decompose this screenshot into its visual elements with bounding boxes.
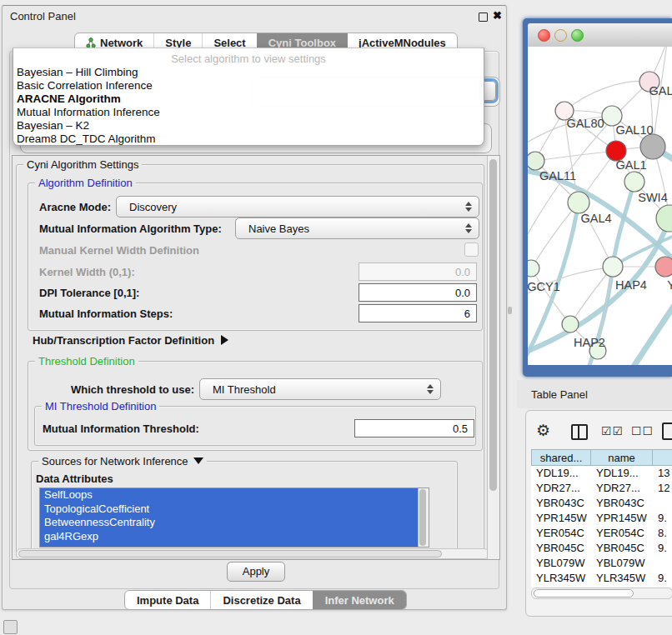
table-cell: YBR045C <box>591 541 653 556</box>
which-threshold-combobox[interactable]: MI Threshold <box>199 378 441 400</box>
network-view-window[interactable]: GALGAL80GAL10GAL1GAL11SWI4GAL4GCY1HAP4YH… <box>523 18 672 377</box>
close-icon[interactable]: ✖ <box>493 9 502 22</box>
node-label-gcy1: GCY1 <box>528 280 560 293</box>
column-header-name[interactable]: name <box>591 449 653 466</box>
network-node[interactable] <box>656 205 672 232</box>
collapsed-panel-icon[interactable] <box>3 620 18 634</box>
mi-threshold-field[interactable] <box>354 419 474 438</box>
popup-item-aracne-algorithm[interactable]: ARACNE Algorithm <box>17 92 480 106</box>
zoom-traffic-light-icon[interactable] <box>571 29 584 42</box>
close-traffic-light-icon[interactable] <box>538 29 550 42</box>
table-cell: YLR345W <box>591 571 653 586</box>
network-edge[interactable] <box>535 151 616 161</box>
scrollbar-thumb[interactable] <box>489 159 497 491</box>
bottom-tab-infer-network[interactable]: Infer Network <box>313 591 406 609</box>
mi-steps-field[interactable] <box>359 304 477 322</box>
select-all-checkboxes-icon[interactable]: ☑☑ <box>601 424 624 438</box>
table-cell: 12 <box>653 481 672 496</box>
panel-splitter-handle[interactable] <box>508 307 512 314</box>
table-panel-title: Table Panel <box>531 388 588 401</box>
table-row[interactable]: YDR27...YDR27...12 <box>531 481 672 496</box>
table-cell: YBR043C <box>531 496 591 511</box>
table-cell: 9. <box>653 571 672 586</box>
table-horizontal-scrollbar[interactable] <box>531 588 672 599</box>
network-node-hap2[interactable] <box>562 316 579 332</box>
bottom-tab-discretize-data[interactable]: Discretize Data <box>210 591 312 609</box>
network-node-y[interactable] <box>655 257 672 277</box>
network-node-gal4[interactable] <box>568 192 589 213</box>
manual-kernel-width-checkbox[interactable] <box>464 242 479 257</box>
network-edge-teal[interactable] <box>626 293 672 365</box>
dpi-tolerance-field[interactable] <box>359 283 477 302</box>
network-node-gal11[interactable] <box>528 152 544 170</box>
network-canvas[interactable]: GALGAL80GAL10GAL1GAL11SWI4GAL4GCY1HAP4YH… <box>528 47 672 365</box>
kernel-width-field[interactable] <box>359 262 477 281</box>
hub-tf-definition-toggle[interactable]: Hub/Transcription Factor Definition <box>33 334 228 347</box>
list-vertical-scrollbar[interactable] <box>418 488 429 547</box>
popup-item-mutual-information-inference[interactable]: Mutual Information Inference <box>17 106 480 119</box>
network-node-gcy1[interactable] <box>528 260 539 277</box>
table-cell: YPR145W <box>591 511 653 526</box>
attribute-item-gal4rgexp[interactable]: gal4RGexp <box>40 530 419 544</box>
data-attributes-list[interactable]: SelfLoopsTopologicalCoefficientBetweenne… <box>39 488 429 548</box>
popup-item-bayesian-k2[interactable]: Bayesian – K2 <box>17 119 480 132</box>
table-row[interactable]: YPR145WYPR145W9. <box>531 511 672 526</box>
settings-horizontal-scrollbar[interactable] <box>16 548 489 559</box>
network-node-swi4[interactable] <box>624 172 644 192</box>
table-row[interactable]: YBR045CYBR045C9. <box>531 541 672 556</box>
table-row[interactable]: YBR043CYBR043C <box>531 496 672 511</box>
settings-vertical-scrollbar[interactable] <box>487 156 499 559</box>
table-cell: YDR27... <box>591 481 653 496</box>
scrollbar-thumb[interactable] <box>534 589 634 598</box>
cyni-algorithm-settings-title: Cyni Algorithm Settings <box>23 158 142 171</box>
collapse-arrow-icon <box>193 458 203 464</box>
table-cell: 13 <box>653 466 672 481</box>
apply-button[interactable]: Apply <box>227 562 285 582</box>
scrollbar-thumb[interactable] <box>18 550 442 558</box>
control-panel-title: Control Panel <box>10 10 76 22</box>
network-node-hap4[interactable] <box>603 257 623 277</box>
node-table[interactable]: shared...nameAYDL19...YDL19...13YDR27...… <box>531 449 672 588</box>
algorithm-definition-title: Algorithm Definition <box>35 177 136 189</box>
node-label-gal1: GAL1 <box>615 158 646 172</box>
which-threshold-label: Which threshold to use: <box>71 383 194 396</box>
popup-item-basic-correlation-inference[interactable]: Basic Correlation Inference <box>17 79 480 92</box>
deselect-all-checkboxes-icon[interactable]: ☐☐ <box>631 424 654 438</box>
network-edge[interactable] <box>564 81 649 111</box>
table-row[interactable]: YLR345WYLR345W9. <box>531 571 672 586</box>
column-header-shared[interactable]: shared... <box>531 449 591 466</box>
bottom-tab-impute-data[interactable]: Impute Data <box>125 591 210 609</box>
column-header-a[interactable]: A <box>653 449 672 466</box>
mi-threshold-definition-title: MI Threshold Definition <box>42 400 159 412</box>
control-panel-titlebar: Control Panel ✖ <box>3 6 506 26</box>
float-window-icon[interactable] <box>479 12 488 22</box>
columns-icon[interactable] <box>571 424 588 440</box>
export-table-icon[interactable] <box>662 422 672 440</box>
table-panel-header: Table Panel <box>517 380 672 408</box>
node-label-gal11: GAL11 <box>539 169 576 182</box>
sources-title[interactable]: Sources for Network Inference <box>38 455 207 468</box>
table-row[interactable]: YER054CYER054C8. <box>531 526 672 541</box>
gear-icon[interactable]: ⚙ <box>536 421 550 440</box>
table-row[interactable]: YDL19...YDL19...13 <box>531 466 672 481</box>
table-cell: YBL079W <box>591 556 653 571</box>
network-node[interactable] <box>640 134 665 159</box>
scrollbar-thumb[interactable] <box>419 489 426 546</box>
network-window-titlebar[interactable] <box>528 23 672 48</box>
minimize-traffic-light-icon[interactable] <box>554 29 567 42</box>
attribute-item-selfloops[interactable]: SelfLoops <box>40 488 419 502</box>
attribute-item-betweennesscentrality[interactable]: BetweennessCentrality <box>40 516 419 530</box>
sources-title-text: Sources for Network Inference <box>42 455 188 468</box>
table-cell: YBL079W <box>531 556 591 571</box>
popup-item-bayesian-hill-climbing[interactable]: Bayesian – Hill Climbing <box>17 66 480 79</box>
table-cell: YBR043C <box>591 496 653 511</box>
node-label-gal4: GAL4 <box>580 212 611 225</box>
table-cell: YER054C <box>591 526 653 541</box>
popup-items: Bayesian – Hill ClimbingBasic Correlatio… <box>17 66 480 146</box>
table-row[interactable]: YBL079WYBL079W <box>531 556 672 571</box>
attribute-item-topologicalcoefficient[interactable]: TopologicalCoefficient <box>40 502 419 517</box>
node-label-gal80: GAL80 <box>566 117 604 130</box>
popup-item-dream8-dc-tdc-algorithm[interactable]: Dream8 DC_TDC Algorithm <box>17 132 480 146</box>
mi-algorithm-type-combobox[interactable]: Naive Bayes <box>235 218 479 239</box>
aracne-mode-combobox[interactable]: Discovery <box>116 196 479 218</box>
